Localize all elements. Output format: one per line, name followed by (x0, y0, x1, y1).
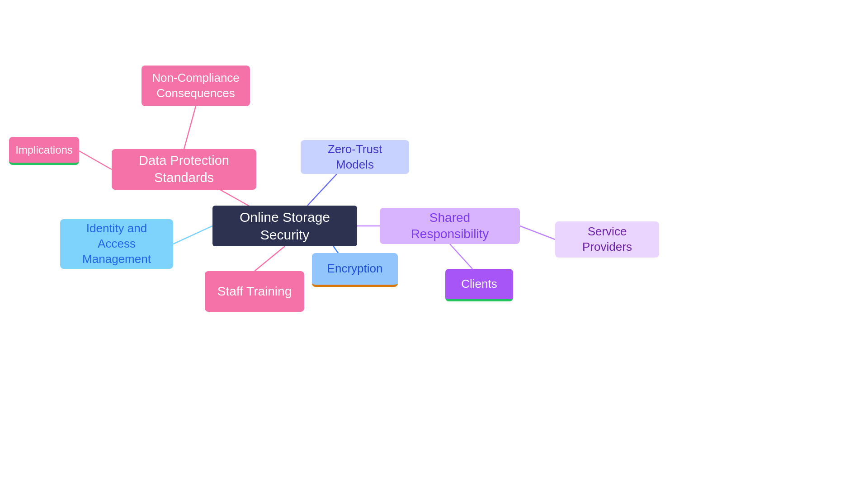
svg-line-3 (255, 246, 285, 271)
non-compliance-node: Non-Compliance Consequences (142, 66, 250, 106)
clients-label: Clients (461, 277, 497, 292)
service-providers-node: Service Providers (555, 221, 659, 258)
staff-training-node: Staff Training (205, 271, 304, 312)
shared-responsibility-node: Shared Responsibility (380, 208, 520, 244)
encryption-label: Encryption (327, 261, 383, 277)
encryption-node: Encryption (312, 253, 398, 287)
svg-line-1 (184, 106, 196, 149)
svg-line-9 (520, 226, 555, 239)
svg-line-5 (307, 174, 337, 206)
clients-node: Clients (445, 269, 513, 301)
central-label: Online Storage Security (222, 208, 348, 244)
data-protection-node: Data Protection Standards (112, 149, 256, 190)
svg-line-4 (173, 226, 212, 244)
shared-responsibility-label: Shared Responsibility (389, 210, 511, 243)
zero-trust-node: Zero-Trust Models (301, 140, 409, 174)
svg-line-8 (450, 244, 472, 269)
zero-trust-label: Zero-Trust Models (310, 142, 400, 173)
staff-training-label: Staff Training (217, 283, 292, 300)
identity-label: Identity and Access Management (69, 221, 164, 267)
implications-node: Implications (9, 137, 79, 165)
service-providers-label: Service Providers (564, 224, 650, 255)
svg-line-2 (79, 151, 112, 169)
non-compliance-label: Non-Compliance Consequences (151, 70, 241, 101)
identity-node: Identity and Access Management (60, 219, 173, 269)
implications-label: Implications (15, 143, 73, 157)
central-node: Online Storage Security (212, 206, 357, 246)
data-protection-label: Data Protection Standards (121, 152, 247, 186)
